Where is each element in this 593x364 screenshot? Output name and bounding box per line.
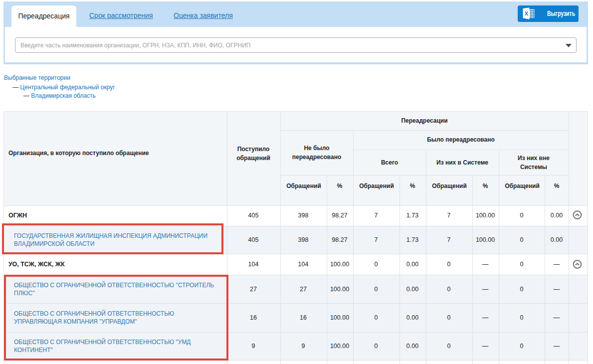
svg-text:X: X xyxy=(525,10,529,16)
